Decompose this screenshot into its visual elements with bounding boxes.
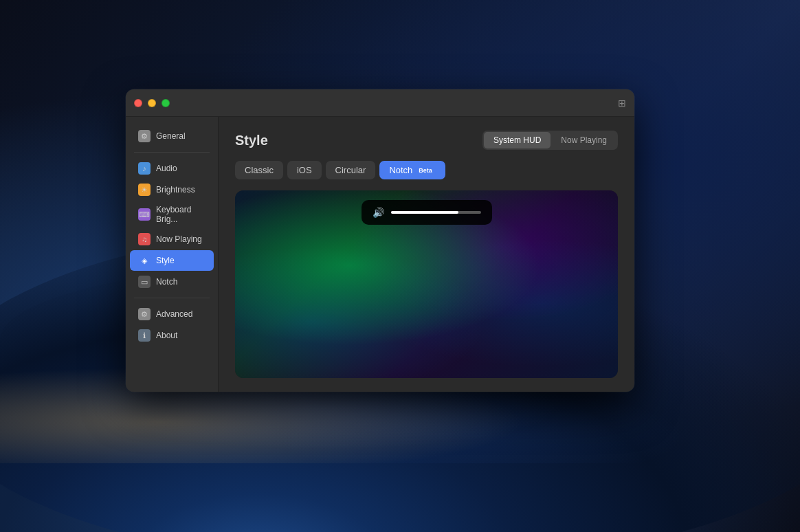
tab-switcher: System HUD Now Playing — [482, 131, 618, 150]
style-tab-classic[interactable]: Classic — [235, 161, 283, 179]
style-tab-ios[interactable]: iOS — [287, 161, 322, 179]
sidebar-item-brightness-label: Brightness — [156, 185, 195, 195]
window-body: ⚙ General ♪ Audio ☀ Brightness ⌨ Keyboar… — [126, 117, 634, 392]
sidebar-item-audio[interactable]: ♪ Audio — [130, 158, 214, 179]
sidebar-item-now-playing[interactable]: ♫ Now Playing — [130, 229, 214, 250]
sidebar-section-general: ⚙ General — [126, 126, 218, 146]
notch-icon: ▭ — [138, 276, 151, 288]
sidebar-divider-2 — [134, 298, 210, 298]
app-window: ⊞ ⚙ General ♪ Audio ☀ Brightness — [126, 89, 634, 392]
volume-bar-fill — [391, 211, 458, 214]
advanced-icon: ⚙ — [138, 308, 151, 320]
page-title: Style — [235, 133, 268, 148]
tab-now-playing[interactable]: Now Playing — [551, 132, 616, 148]
sidebar-section-main: ♪ Audio ☀ Brightness ⌨ Keyboard Brig... … — [126, 158, 218, 292]
tab-system-hud[interactable]: System HUD — [484, 132, 551, 148]
sidebar-item-advanced[interactable]: ⚙ Advanced — [130, 304, 214, 324]
sidebar-item-audio-label: Audio — [156, 164, 177, 173]
sidebar-item-brightness[interactable]: ☀ Brightness — [130, 179, 214, 200]
main-content: Style System HUD Now Playing Classic iOS… — [219, 117, 634, 392]
audio-icon: ♪ — [138, 162, 151, 175]
style-tab-bar: Classic iOS Circular Notch Beta — [235, 161, 618, 179]
hud-overlay: 🔊 — [362, 200, 492, 225]
sidebar-item-style-label: Style — [156, 256, 175, 265]
sidebar-divider-1 — [134, 152, 210, 153]
minimize-button[interactable] — [148, 99, 156, 107]
sidebar-item-notch[interactable]: ▭ Notch — [130, 271, 214, 292]
sidebar-item-now-playing-label: Now Playing — [156, 234, 202, 244]
style-icon: ◈ — [138, 254, 151, 267]
sidebar-item-style[interactable]: ◈ Style — [130, 250, 214, 271]
sidebar-section-system: ⚙ Advanced ℹ About — [126, 304, 218, 346]
keyboard-brightness-icon: ⌨ — [138, 208, 151, 221]
style-tab-notch[interactable]: Notch Beta — [379, 161, 445, 179]
beta-badge: Beta — [415, 166, 436, 175]
sidebar: ⚙ General ♪ Audio ☀ Brightness ⌨ Keyboar… — [126, 117, 219, 392]
sidebar-item-notch-label: Notch — [156, 277, 177, 287]
sidebar-item-general-label: General — [156, 131, 186, 141]
about-icon: ℹ — [138, 329, 151, 342]
traffic-lights — [134, 99, 170, 107]
sidebar-item-keyboard-brightness[interactable]: ⌨ Keyboard Brig... — [130, 201, 214, 228]
title-bar: ⊞ — [126, 89, 634, 117]
sidebar-toggle-icon[interactable]: ⊞ — [618, 98, 626, 109]
maximize-button[interactable] — [162, 99, 170, 107]
sidebar-item-advanced-label: Advanced — [156, 309, 192, 319]
notch-tab-label: Notch — [389, 165, 412, 175]
general-icon: ⚙ — [138, 130, 151, 142]
close-button[interactable] — [134, 99, 142, 107]
sidebar-item-general[interactable]: ⚙ General — [130, 126, 214, 146]
volume-bar-track — [391, 211, 481, 214]
style-tab-circular[interactable]: Circular — [326, 161, 376, 179]
sidebar-item-about-label: About — [156, 331, 177, 340]
sidebar-item-about[interactable]: ℹ About — [130, 325, 214, 346]
main-header: Style System HUD Now Playing — [235, 131, 618, 150]
volume-icon: 🔊 — [373, 207, 384, 218]
now-playing-icon: ♫ — [138, 233, 151, 245]
brightness-icon: ☀ — [138, 184, 151, 196]
sidebar-item-keyboard-brightness-label: Keyboard Brig... — [156, 205, 205, 224]
preview-area: 🔊 — [235, 190, 618, 378]
